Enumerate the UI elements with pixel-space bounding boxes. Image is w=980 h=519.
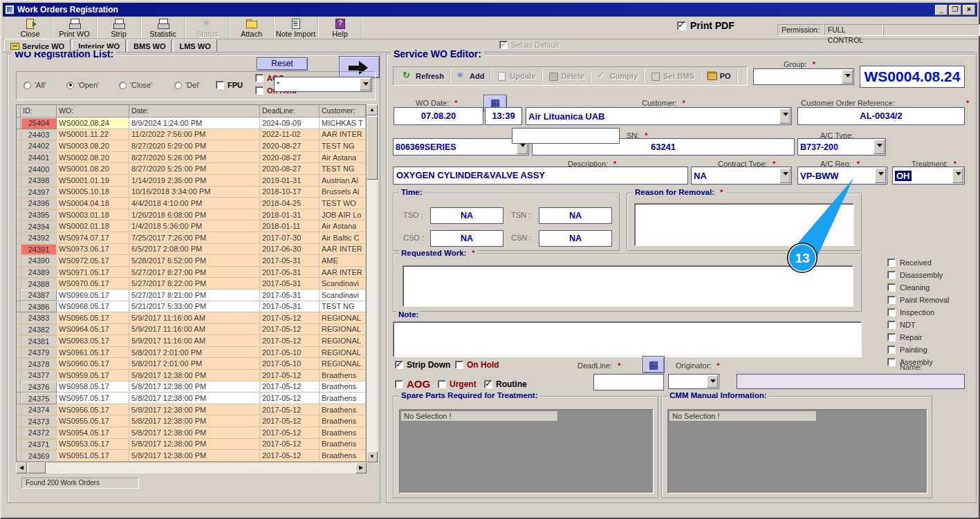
- filter-radio-Open[interactable]: 'Open': [66, 81, 99, 89]
- reason-textarea[interactable]: [634, 203, 854, 246]
- table-row[interactable]: 24373WS0955.05.175/8/2017 12:38:00 PM201…: [17, 415, 366, 427]
- stage-checkbox[interactable]: [887, 271, 896, 279]
- column-header-deadline[interactable]: DeadLine:: [260, 105, 320, 117]
- table-row[interactable]: 24400WS0001.08.208/27/2020 5:25:00 PM202…: [17, 163, 366, 175]
- statistic-button[interactable]: Statistic: [141, 17, 185, 39]
- customer-order-ref-field[interactable]: AL-0034/2: [797, 107, 965, 125]
- treatment-combobox[interactable]: OH: [892, 167, 965, 185]
- tso-field[interactable]: NA: [430, 207, 503, 224]
- pn-search-field[interactable]: [512, 128, 620, 144]
- table-row[interactable]: 24374WS0956.05.175/8/2017 12:38:00 PM201…: [17, 404, 366, 416]
- cmm-list[interactable]: No Selection !: [667, 409, 927, 493]
- csn-field[interactable]: NA: [539, 230, 612, 247]
- note-textarea[interactable]: [393, 321, 862, 357]
- table-row[interactable]: 24402WS0003.08.208/27/2020 5:29:00 PM202…: [17, 140, 366, 152]
- table-row[interactable]: 24383WS0965.05.175/9/2017 11:16:00 AM201…: [17, 312, 366, 324]
- filter-radio-All[interactable]: 'All': [24, 81, 46, 89]
- chevron-down-icon[interactable]: [842, 70, 853, 84]
- table-row[interactable]: 24390WS0972.05.175/28/2017 6:52:00 PM201…: [17, 255, 366, 267]
- fpu-checkbox[interactable]: [216, 81, 224, 89]
- stage-checkbox[interactable]: [887, 358, 896, 366]
- stage-ndt-toggle[interactable]: NDT: [887, 319, 977, 331]
- table-row[interactable]: 24379WS0961.05.175/8/2017 2:01:00 PM2017…: [17, 347, 366, 359]
- aog-checkbox[interactable]: [395, 380, 403, 388]
- fpu-toggle[interactable]: FPU: [216, 81, 243, 89]
- tab-lms-wo[interactable]: LMS WO: [173, 39, 216, 52]
- radio-icon[interactable]: [66, 82, 74, 89]
- table-row[interactable]: 24376WS0958.05.175/8/2017 12:38:00 PM201…: [17, 381, 366, 393]
- table-row[interactable]: 24372WS0954.05.175/8/2017 12:38:00 PM201…: [17, 427, 366, 439]
- customer-combobox[interactable]: Air Lituanica UAB: [526, 107, 792, 125]
- refresh-button[interactable]: Refresh: [396, 68, 450, 84]
- stage-checkbox[interactable]: [887, 321, 896, 329]
- table-row[interactable]: 24377WS0959.05.175/8/2017 12:38:00 PM201…: [17, 370, 366, 381]
- routine-checkbox[interactable]: ✓: [484, 380, 492, 388]
- routine-toggle[interactable]: ✓ Routine: [484, 379, 527, 389]
- close-window-button[interactable]: ×: [963, 5, 975, 15]
- table-row[interactable]: 24381WS0963.05.175/9/2017 11:16:00 AM201…: [17, 335, 366, 347]
- print-pdf-checkbox[interactable]: ✓: [677, 21, 686, 30]
- table-row[interactable]: 24392WS0974.07.177/25/2017 7:26:00 PM201…: [17, 232, 366, 244]
- scroll-thumb[interactable]: [28, 462, 46, 473]
- print-pdf-toggle[interactable]: ✓ Print PDF: [677, 20, 734, 31]
- scroll-up-button[interactable]: ▲: [367, 104, 378, 115]
- scroll-down-button[interactable]: ▼: [367, 451, 378, 462]
- originator-combobox[interactable]: [668, 374, 719, 389]
- table-row[interactable]: 24396WS0004.04.184/4/2018 4:10:00 PM2018…: [17, 198, 366, 209]
- radio-icon[interactable]: [24, 82, 31, 89]
- po-button[interactable]: PO: [701, 68, 737, 84]
- scroll-thumb[interactable]: [367, 116, 378, 180]
- on-hold-toggle[interactable]: On Hold: [455, 360, 499, 370]
- stage-inspection-toggle[interactable]: Inspection: [887, 306, 977, 319]
- description-field[interactable]: OXYGEN CYLINDER&VALVE ASSY: [393, 167, 688, 185]
- wo-date-field[interactable]: 07.08.20: [394, 107, 483, 125]
- table-row[interactable]: 24398WS0001.01.191/14/2019 2:35:00 PM201…: [17, 175, 366, 187]
- strip-down-toggle[interactable]: ✓ Strip Down: [395, 360, 450, 370]
- aog-toggle[interactable]: AOG: [395, 378, 430, 390]
- table-row[interactable]: 24375WS0957.05.175/8/2017 12:38:00 PM201…: [17, 393, 366, 404]
- restore-button[interactable]: ❐: [949, 5, 961, 15]
- tsn-field[interactable]: NA: [539, 207, 612, 224]
- ac-type-combobox[interactable]: B737-200: [797, 138, 886, 155]
- column-header-customer[interactable]: Customer:: [320, 105, 366, 117]
- stage-paint-removal-toggle[interactable]: Paint Removal: [887, 294, 977, 306]
- close-button[interactable]: Close: [8, 17, 53, 39]
- attach-button[interactable]: Attach: [230, 17, 274, 39]
- strip-button[interactable]: Strip: [97, 17, 141, 39]
- radio-icon[interactable]: [119, 82, 127, 89]
- on-hold-checkbox[interactable]: [455, 361, 463, 369]
- chevron-down-icon[interactable]: [360, 78, 371, 91]
- chevron-down-icon[interactable]: [707, 375, 718, 388]
- table-row[interactable]: 24401WS0002.08.208/27/2020 5:26:00 PM202…: [17, 152, 366, 164]
- radio-icon[interactable]: [174, 82, 182, 89]
- table-row[interactable]: 24403WS0001.11.2211/2/2022 7:56:00 PM202…: [17, 129, 366, 141]
- chevron-down-icon[interactable]: [875, 168, 886, 183]
- urgent-checkbox[interactable]: [438, 380, 446, 388]
- table-row[interactable]: 24389WS0971.05.175/27/2017 8:27:00 PM201…: [17, 267, 366, 279]
- chevron-down-icon[interactable]: [779, 168, 791, 183]
- wo-time-field[interactable]: 13:39: [485, 107, 522, 125]
- stage-received-toggle[interactable]: Received: [887, 256, 977, 269]
- table-row[interactable]: 25404WS0002.08.248/9/2024 1:24:00 PM2024…: [17, 117, 366, 129]
- minimize-button[interactable]: _: [935, 5, 947, 15]
- table-row[interactable]: 24394WS0002.01.181/4/2018 5:36:00 PM2018…: [17, 220, 366, 232]
- print-wo-button[interactable]: Print WO: [53, 17, 97, 39]
- stage-checkbox[interactable]: [887, 258, 896, 267]
- wo-filter-combobox[interactable]: *: [274, 77, 372, 92]
- table-vertical-scrollbar[interactable]: ▲ ▼: [367, 104, 378, 462]
- cso-field[interactable]: NA: [430, 230, 503, 247]
- table-row[interactable]: 24387WS0969.05.175/27/2017 8:21:00 PM201…: [17, 290, 366, 301]
- stage-checkbox[interactable]: [887, 283, 896, 292]
- table-row[interactable]: 24395WS0003.01.181/26/2018 6:08:00 PM201…: [17, 209, 366, 221]
- urgent-toggle[interactable]: Urgent: [438, 379, 477, 389]
- chevron-down-icon[interactable]: [779, 108, 791, 124]
- reset-button[interactable]: Reset: [257, 57, 308, 70]
- column-header-wo[interactable]: WO:: [57, 105, 129, 117]
- strip-down-checkbox[interactable]: ✓: [395, 361, 403, 369]
- note-import-button[interactable]: Note Import: [274, 17, 318, 39]
- stage-checkbox[interactable]: [887, 296, 896, 304]
- spare-parts-list[interactable]: No Selection !: [399, 409, 654, 493]
- chevron-down-icon[interactable]: [952, 168, 963, 183]
- table-row[interactable]: 24378WS0960.05.175/8/2017 2:01:00 PM2017…: [17, 358, 366, 370]
- requested-work-textarea[interactable]: [403, 265, 853, 307]
